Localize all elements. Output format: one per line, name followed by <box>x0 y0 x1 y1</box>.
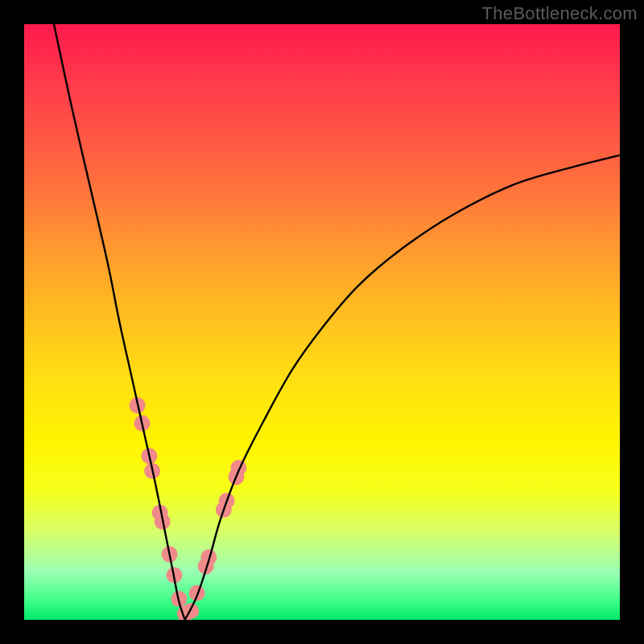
curve-left-branch <box>54 24 185 620</box>
chart-frame: TheBottleneck.com <box>0 0 644 644</box>
scatter-dot <box>230 460 246 476</box>
scatter-dot <box>183 603 199 619</box>
watermark-text: TheBottleneck.com <box>482 3 638 24</box>
scatter-dot <box>189 585 205 601</box>
curve-layer <box>24 24 620 620</box>
scatter-dots <box>130 398 247 620</box>
plot-area <box>24 24 620 620</box>
curve-right-branch <box>185 155 620 620</box>
